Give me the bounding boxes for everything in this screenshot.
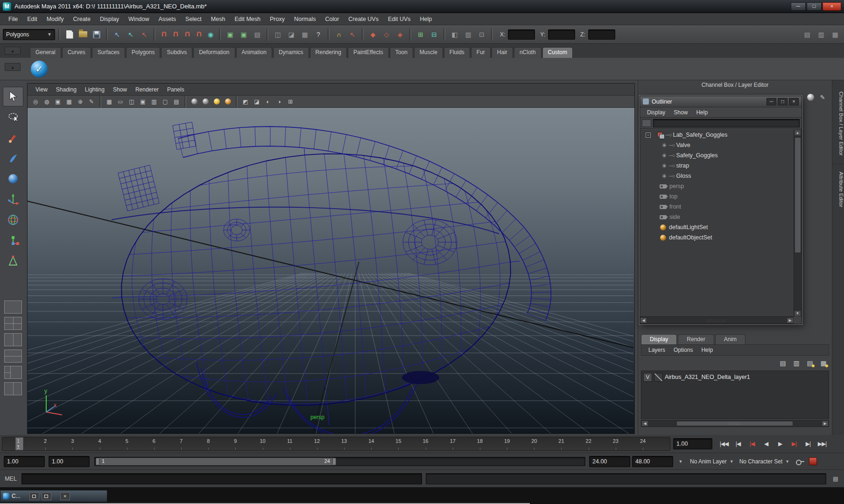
viewport-menu-lighting[interactable]: Lighting (81, 86, 109, 93)
outliner-item[interactable]: ✳ strap (640, 161, 794, 171)
snap-view-plane-icon[interactable]: U (194, 28, 204, 41)
construction-history-icon[interactable]: ▣ (224, 28, 236, 41)
menu-help[interactable]: Help (415, 16, 437, 22)
shelf-tab-painteffects[interactable]: PaintEffects (348, 47, 389, 58)
layer-tab-render[interactable]: Render (678, 334, 714, 344)
viewport-canvas[interactable]: persp y x (28, 108, 634, 434)
menu-modify[interactable]: Modify (42, 16, 69, 22)
2d-pan-zoom-icon[interactable]: ⊕ (75, 97, 85, 106)
ipr-render-icon[interactable]: ◪ (285, 28, 297, 41)
shelf-tab-muscle[interactable]: Muscle (414, 47, 443, 58)
shelf-tab-general[interactable]: General (30, 47, 61, 58)
snap-together-icon[interactable]: ◆ (367, 28, 379, 41)
outliner-item-set[interactable]: defaultLightSet (640, 222, 794, 232)
symmetry-icon[interactable]: ◧ (449, 28, 461, 41)
snap-surface-icon[interactable]: ◈ (394, 28, 406, 41)
layer-menu-options[interactable]: Options (669, 347, 697, 353)
help-line-icon[interactable]: ? (312, 28, 324, 41)
shelf-tab-deformation[interactable]: Deformation (193, 47, 235, 58)
viewport-menu-panels[interactable]: Panels (163, 86, 189, 93)
outliner-tree[interactable]: − Lab_Safety_Goggles ✳ Valve ✳ Safety_Go… (640, 130, 794, 316)
step-back-frame-button[interactable]: |◀ (732, 438, 744, 449)
outliner-filter-icon[interactable] (642, 119, 651, 127)
shelf-tab-subdivs[interactable]: Subdivs (161, 47, 192, 58)
layout-persp-outliner-button[interactable] (4, 382, 22, 395)
scroll-up-icon[interactable]: ▲ (794, 130, 801, 136)
z-coordinate-input[interactable] (588, 29, 615, 40)
viewport-menu-show[interactable]: Show (109, 86, 131, 93)
step-forward-frame-button[interactable]: ▶| (802, 438, 814, 449)
viewport-menu-renderer[interactable]: Renderer (131, 86, 163, 93)
layout-two-pane-stacked-button[interactable] (4, 350, 22, 363)
script-editor-icon[interactable]: ▤ (830, 473, 841, 484)
select-object-icon[interactable]: ↖ (125, 28, 137, 41)
background-window-minimize-button[interactable] (42, 492, 51, 500)
shelf-tab-polygons[interactable]: Polygons (126, 47, 160, 58)
wireframe-mode-icon[interactable] (189, 97, 199, 106)
shelf-tab-rendering[interactable]: Rendering (310, 47, 347, 58)
layer-tab-display[interactable]: Display (641, 334, 677, 344)
menu-file[interactable]: File (4, 16, 22, 22)
playback-start-field[interactable]: 1.00 (49, 456, 90, 467)
background-window-restore-button[interactable] (29, 492, 39, 500)
outliner-menu-display[interactable]: Display (643, 109, 669, 116)
grid-toggle-icon[interactable]: ▦ (104, 97, 114, 106)
window-titlebar[interactable]: M Autodesk Maya 2011 x64: D:\! 111111111… (0, 0, 844, 13)
menu-create[interactable]: Create (69, 16, 96, 22)
menu-mesh[interactable]: Mesh (206, 16, 230, 22)
menu-normals[interactable]: Normals (289, 16, 321, 22)
textured-mode-icon[interactable] (211, 97, 222, 106)
counter-icon[interactable]: ⊡ (476, 28, 488, 41)
sort-layers-icon[interactable]: ▤ (777, 358, 788, 368)
render-settings-icon[interactable]: ▦ (299, 28, 311, 41)
collapse-toggle-icon[interactable]: − (646, 133, 651, 138)
safe-action-icon[interactable]: ▢ (160, 97, 170, 106)
menu-proxy[interactable]: Proxy (265, 16, 289, 22)
maximize-button[interactable]: □ (807, 2, 822, 11)
layout-two-pane-side-button[interactable] (4, 333, 22, 346)
scrollbar-thumb[interactable] (795, 137, 801, 253)
outliner-item-camera[interactable]: side (640, 212, 794, 222)
layout-four-pane-button[interactable] (4, 317, 22, 330)
menu-edit[interactable]: Edit (22, 16, 42, 22)
time-slider[interactable]: 1 12345678910111213141516171819202122232… (2, 437, 670, 451)
outliner-item-set[interactable]: defaultObjectSet (640, 232, 794, 243)
shelf-tab-surfaces[interactable]: Surfaces (92, 47, 125, 58)
lock-selection-icon[interactable]: ∩ (333, 28, 345, 41)
range-slider-track[interactable]: 1 24 (94, 457, 585, 466)
scroll-down-icon[interactable]: ▼ (794, 310, 801, 316)
gamma-icon[interactable]: ◑ (274, 97, 284, 106)
go-to-start-button[interactable]: |◀◀ (718, 438, 730, 449)
scroll-right-icon[interactable]: ▶ (787, 317, 794, 323)
outliner-item[interactable]: ✳ Gloss (640, 171, 794, 181)
scroll-right-icon[interactable]: ▶ (822, 420, 829, 427)
layer-list-icon[interactable]: ▥ (791, 358, 802, 368)
outliner-item-camera[interactable]: top (640, 191, 794, 202)
safe-title-icon[interactable]: ▤ (171, 97, 182, 106)
outliner-item[interactable]: ✳ Valve (640, 140, 794, 150)
isolate-select-icon[interactable]: ◩ (240, 97, 251, 106)
resolution-gate-icon[interactable]: ◫ (127, 97, 137, 106)
outliner-menu-help[interactable]: Help (692, 109, 712, 116)
new-empty-layer-icon[interactable]: ▤ (804, 358, 816, 368)
layer-name[interactable]: Airbus_A321_NEO_Delta_layer1 (665, 374, 750, 380)
move-tool[interactable] (3, 189, 23, 209)
select-tool[interactable] (3, 87, 23, 106)
camera-bookmark-icon[interactable]: ▣ (53, 97, 63, 106)
y-coordinate-input[interactable] (548, 29, 575, 40)
outliner-close-button[interactable]: × (789, 98, 799, 105)
snap-align-icon[interactable]: ◇ (380, 28, 393, 41)
rotate-tool[interactable] (3, 210, 23, 230)
show-tool-settings-icon[interactable]: ▥ (815, 28, 827, 41)
history-toggle-icon[interactable]: ▣ (238, 28, 250, 41)
auto-keyframe-toggle[interactable] (809, 457, 817, 465)
outliner-vertical-scrollbar[interactable]: ▲ ▼ (794, 130, 802, 316)
menu-create-uvs[interactable]: Create UVs (344, 16, 383, 22)
input-connections-icon[interactable]: ⊞ (415, 28, 427, 41)
grid-options-icon[interactable]: ▥ (462, 28, 474, 41)
animation-end-field[interactable]: 48.00 (632, 456, 673, 467)
playback-end-field[interactable]: 24.00 (589, 456, 630, 467)
scale-tool[interactable] (3, 231, 23, 250)
image-plane-icon[interactable]: ▦ (64, 97, 74, 106)
step-forward-key-button[interactable]: ▶| (788, 438, 800, 449)
